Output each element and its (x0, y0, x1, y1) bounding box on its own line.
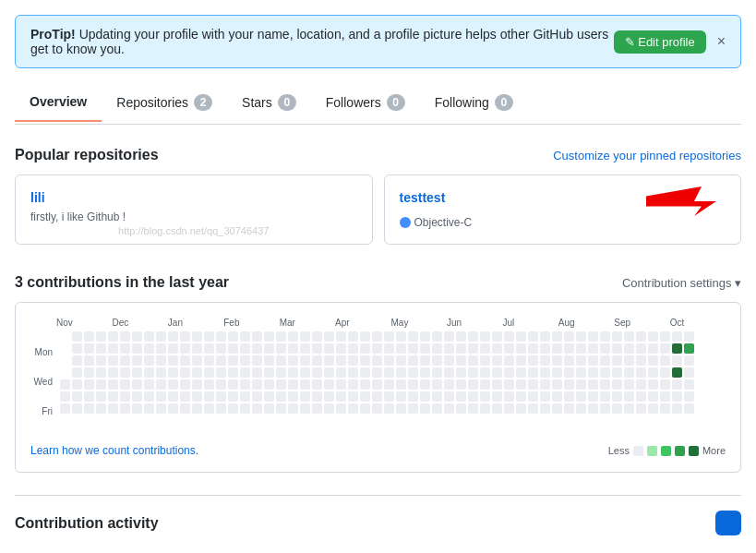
day-cell (528, 355, 538, 366)
day-cell (624, 331, 634, 342)
edit-profile-button[interactable]: ✎ Edit profile (614, 30, 706, 54)
day-cell (300, 379, 310, 390)
day-cell (492, 367, 502, 378)
day-cell (420, 331, 430, 342)
activity-section: Contribution activity ​ (15, 495, 741, 535)
day-cell (336, 343, 346, 354)
week-col (540, 331, 550, 433)
day-cell (432, 379, 442, 390)
day-cell (384, 343, 394, 354)
day-cell (684, 391, 694, 402)
red-arrow-annotation (620, 183, 731, 220)
day-cell (576, 403, 586, 414)
week-col (324, 331, 334, 433)
week-col (312, 331, 322, 433)
day-cell (144, 379, 154, 390)
month-label-jun: Jun (447, 318, 502, 328)
day-cell (456, 403, 466, 414)
day-cell (156, 391, 166, 402)
week-col (180, 331, 190, 433)
banner-actions: ✎ Edit profile × (614, 30, 726, 54)
day-cell (480, 379, 490, 390)
day-cell (480, 343, 490, 354)
month-label-jan: Jan (168, 318, 223, 328)
nav-link-following[interactable]: Following 0 (420, 83, 528, 124)
day-cell (192, 367, 202, 378)
nav-link-repositories[interactable]: Repositories 2 (102, 83, 227, 124)
nav-item-following[interactable]: Following 0 (420, 83, 528, 124)
day-cell (612, 343, 622, 354)
day-cell (312, 331, 322, 342)
repo-name-testtest[interactable]: testtest (400, 190, 446, 205)
day-cell (132, 355, 142, 366)
day-cell (300, 343, 310, 354)
learn-contributions-link[interactable]: Learn how we count contributions. (30, 444, 198, 457)
day-cell (132, 379, 142, 390)
customize-pinned-link[interactable]: Customize your pinned repositories (553, 149, 741, 162)
day-cell (672, 355, 682, 366)
week-col (492, 331, 502, 433)
week-col (456, 331, 466, 433)
week-col (348, 331, 358, 433)
repo-name-lili[interactable]: lili (30, 190, 45, 205)
day-cell (672, 367, 682, 378)
week-col (612, 331, 622, 433)
week-col (132, 331, 142, 433)
day-cell (60, 367, 70, 378)
week-col (336, 331, 346, 433)
day-cell (672, 379, 682, 390)
day-cell (120, 403, 130, 414)
day-cell (480, 367, 490, 378)
day-cell (504, 391, 514, 402)
day-cell (492, 331, 502, 342)
day-cell (96, 355, 106, 366)
day-cell (264, 355, 274, 366)
day-cell (360, 367, 370, 378)
day-cell (384, 367, 394, 378)
contribution-settings-btn[interactable]: Contribution settings ▾ (622, 276, 741, 290)
day-cell (552, 403, 562, 414)
repositories-count: 2 (194, 94, 212, 111)
day-cell (360, 331, 370, 342)
following-count: 0 (495, 94, 513, 111)
day-cell (504, 355, 514, 366)
day-cell (252, 355, 262, 366)
week-col (372, 331, 382, 433)
day-cell (336, 355, 346, 366)
graph-body: Mon Wed Fri (30, 331, 726, 433)
day-cell (204, 331, 214, 342)
week-col (672, 331, 682, 433)
day-cell (108, 343, 118, 354)
activity-button[interactable]: ​ (715, 511, 741, 535)
week-col (276, 331, 286, 433)
nav-item-stars[interactable]: Stars 0 (227, 83, 311, 124)
day-cell (252, 343, 262, 354)
nav-item-overview[interactable]: Overview (15, 83, 102, 124)
day-label-mon: Mon (30, 346, 53, 359)
day-cell (276, 379, 286, 390)
day-cell (372, 367, 382, 378)
day-cell (180, 403, 190, 414)
day-cell (192, 391, 202, 402)
nav-link-stars[interactable]: Stars 0 (227, 83, 311, 124)
day-cell (276, 391, 286, 402)
nav-item-followers[interactable]: Followers 0 (311, 83, 420, 124)
week-col (216, 331, 226, 433)
day-cell (312, 379, 322, 390)
day-cell (540, 331, 550, 342)
nav-link-followers[interactable]: Followers 0 (311, 83, 420, 124)
day-cell (516, 367, 526, 378)
day-cell (396, 355, 406, 366)
day-cell (552, 367, 562, 378)
day-cell (636, 403, 646, 414)
month-label-feb: Feb (223, 318, 279, 328)
nav-link-overview[interactable]: Overview (15, 83, 102, 122)
day-cell (480, 355, 490, 366)
day-cell (72, 391, 82, 402)
day-cell (660, 403, 670, 414)
day-cell (228, 355, 238, 366)
month-label-may: May (391, 318, 447, 328)
nav-item-repositories[interactable]: Repositories 2 (102, 83, 227, 124)
close-banner-button[interactable]: × (717, 34, 726, 49)
day-cell (372, 343, 382, 354)
